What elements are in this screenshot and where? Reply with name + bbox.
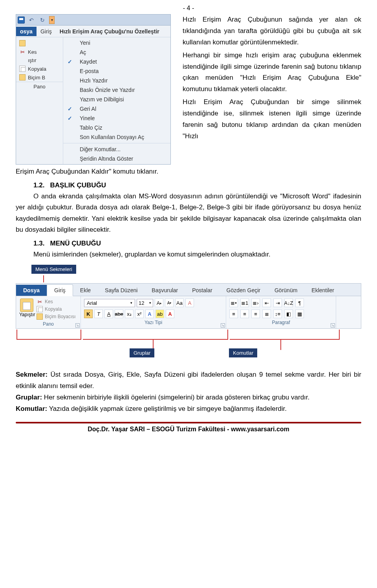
connector-line (43, 275, 44, 282)
menu-spell[interactable]: Yazım ve Dilbilgisi (63, 95, 170, 104)
tab-insert[interactable]: Ekle (73, 285, 98, 296)
paragraph-1-3: Menü isimlerinden (sekmeler), gruplardan… (16, 249, 361, 260)
group-name-paragraph: Paragraf (229, 318, 333, 325)
dialog-launcher-icon[interactable]: ↘ (221, 323, 225, 328)
paragraph-1: Hızlı Erişim Araç Çubuğunun sağında yer … (183, 14, 361, 48)
justify-icon[interactable]: ≣ (262, 310, 271, 318)
copy-label: Kopyala (45, 306, 62, 312)
cut-label: Kes (45, 299, 53, 304)
tab-review[interactable]: Gözden Geçir (220, 285, 267, 296)
group-name-pano: Pano (19, 320, 77, 327)
tab-mailings[interactable]: Postalar (185, 285, 219, 296)
menu-undo[interactable]: ✓Geri Al (63, 104, 170, 114)
tab-view[interactable]: Görünüm (267, 285, 304, 296)
dialog-launcher-icon[interactable]: ↘ (331, 323, 335, 328)
italic-button[interactable]: T (94, 310, 103, 318)
callout-menu-sekmeleri: Menü Sekmeleri (31, 265, 76, 274)
align-right-icon[interactable]: ≡ (251, 310, 260, 318)
underline-button[interactable]: A (104, 310, 113, 318)
menu-open[interactable]: Aç (63, 48, 170, 57)
menu-save[interactable]: ✓Kaydet (63, 57, 170, 66)
paragraph-komutlar: Komutlar: Yazıda değişiklik yapmak üzere… (16, 403, 361, 415)
copy-icon[interactable] (19, 66, 26, 72)
tab-file[interactable]: osya (16, 27, 37, 36)
callout-komutlar: Komutlar (229, 348, 257, 357)
tab-addins[interactable]: Eklentiler (304, 285, 341, 296)
align-center-icon[interactable]: ≡ (240, 310, 249, 318)
group-name-pano: Pano (16, 82, 63, 91)
qat-bar: ↶ ↻ ▾ (16, 15, 170, 26)
menu-table[interactable]: Tablo Çiz (63, 123, 170, 132)
bold-button[interactable]: K (84, 310, 93, 318)
tab-layout[interactable]: Sayfa Düzeni (98, 285, 145, 296)
undo-icon[interactable]: ↶ (27, 16, 36, 24)
shading-icon[interactable]: ◧ (284, 310, 293, 318)
group-font: Arial▾ 12▾ A▴ A▾ Aa A K T A abe x₂ x² A … (81, 296, 226, 328)
menu-quickprint[interactable]: Hızlı Yazdır (63, 76, 170, 85)
tab-file[interactable]: Dosya (16, 285, 47, 296)
font-name-select[interactable]: Arial▾ (84, 299, 135, 307)
group-name-font: Yazı Tipi (84, 318, 223, 325)
body-right-column: Hızlı Erişim Araç Çubuğunun sağında yer … (183, 14, 361, 142)
shrink-font-icon[interactable]: A▾ (165, 299, 174, 307)
line-spacing-icon[interactable]: ↕≡ (273, 310, 282, 318)
qat-customize-menu: Yeni Aç ✓Kaydet E-posta Hızlı Yazdır Bas… (63, 37, 170, 164)
menu-more[interactable]: Diğer Komutlar... (63, 145, 170, 154)
menu-below[interactable]: Şeridin Altında Göster (63, 154, 170, 163)
grow-font-icon[interactable]: A▴ (155, 299, 163, 307)
group-paragraph: ≣• ≣1 ≣› ⇤ ⇥ A↓Z ¶ ≡ ≡ ≡ ≣ ↕≡ ◧ ▦ (226, 296, 336, 328)
text-effects-icon[interactable]: A (145, 310, 154, 318)
change-case-icon[interactable]: Aa (175, 299, 184, 307)
font-color-button[interactable]: A (166, 310, 174, 318)
clear-format-icon[interactable]: A (185, 299, 194, 307)
callout-gruplar: Gruplar (130, 348, 154, 357)
redo-icon[interactable]: ↻ (38, 16, 47, 24)
format-painter-icon[interactable] (19, 74, 26, 81)
copy-label: Kopyala (28, 66, 46, 72)
dialog-launcher-icon[interactable]: ↘ (75, 323, 80, 328)
sort-icon[interactable]: A↓Z (284, 299, 293, 307)
format-painter-label: Biçim Boyacısı (45, 314, 76, 319)
qat-dropdown-icon[interactable]: ▾ (49, 16, 55, 24)
borders-icon[interactable]: ▦ (295, 310, 304, 318)
tab-references[interactable]: Başvurular (145, 285, 185, 296)
clipboard-group: ✂Kes ıştır Kopyala Biçim B Pano (16, 37, 63, 164)
strike-button[interactable]: abe (115, 310, 123, 318)
cut-icon[interactable]: ✂ (37, 299, 43, 305)
save-icon[interactable] (18, 16, 25, 24)
menu-recent[interactable]: Son Kullanılan Dosyayı Aç (63, 132, 170, 142)
menu-preview[interactable]: Baskı Önizle ve Yazdır (63, 85, 170, 95)
format-painter-icon[interactable] (37, 313, 43, 320)
paragraph-sekmeler: Sekmeler: Üst sırada Dosya, Giriş, Ekle,… (16, 369, 361, 392)
outdent-icon[interactable]: ⇤ (262, 299, 271, 307)
bullets-icon[interactable]: ≣• (229, 299, 238, 307)
multilevel-icon[interactable]: ≣› (251, 299, 260, 307)
copy-icon[interactable] (37, 306, 43, 312)
tab-home[interactable]: Giriş (37, 27, 56, 36)
heading-1-2: 1.2. BAŞLIK ÇUBUĞU (33, 181, 361, 189)
highlight-button[interactable]: ab (156, 310, 164, 318)
indent-icon[interactable]: ⇥ (273, 299, 282, 307)
page-number: - 4 - (16, 5, 361, 12)
superscript-button[interactable]: x² (135, 310, 144, 318)
figure-ribbon: Dosya Giriş Ekle Sayfa Düzeni Başvurular… (16, 283, 361, 329)
numbering-icon[interactable]: ≣1 (240, 299, 249, 307)
paste-icon[interactable] (19, 40, 26, 46)
menu-email[interactable]: E-posta (63, 66, 170, 76)
menu-redo[interactable]: ✓Yinele (63, 114, 170, 123)
heading-1-3: 1.3. MENÜ ÇUBUĞU (33, 240, 361, 247)
cut-icon[interactable]: ✂ (19, 49, 26, 55)
subscript-button[interactable]: x₂ (125, 310, 134, 318)
cut-label: Kes (28, 49, 37, 55)
align-left-icon[interactable]: ≡ (229, 310, 238, 318)
paragraph-3b: Erişim Araç Çubuğundan Kaldır" komutu tı… (16, 166, 361, 178)
format-label: Biçim B (28, 75, 45, 81)
paste-label: Yapıştır (19, 312, 34, 317)
paste-icon[interactable] (20, 299, 33, 312)
tab-home[interactable]: Giriş (47, 284, 73, 296)
pilcrow-icon[interactable]: ¶ (295, 299, 304, 307)
group-clipboard: Yapıştır ✂Kes Kopyala Biçim Boyacısı Pan… (16, 296, 81, 328)
font-size-select[interactable]: 12▾ (137, 299, 153, 307)
paragraph-1-2: O anda ekranda çalışılmakta olan MS-Word… (16, 191, 361, 236)
menu-new[interactable]: Yeni (63, 38, 170, 48)
